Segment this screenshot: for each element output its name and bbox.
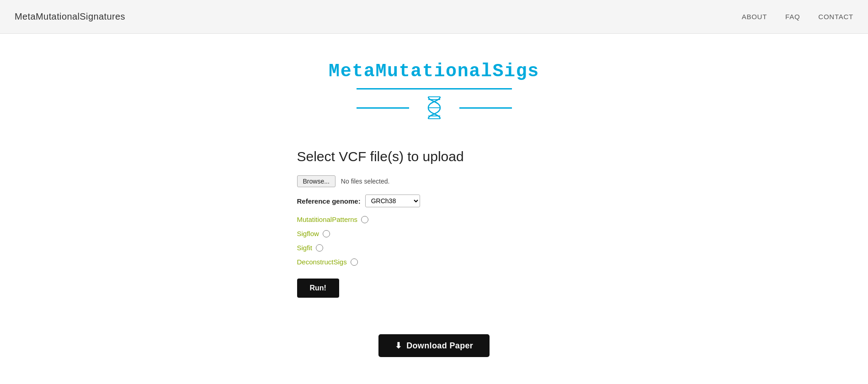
genome-select[interactable]: GRCh38 GRCh37 hg19 xyxy=(365,195,420,207)
download-icon: ⬇ xyxy=(395,341,402,351)
main-content: MetaMutationalSigs xyxy=(0,34,868,357)
download-paper-button[interactable]: ⬇ Download Paper xyxy=(378,334,490,357)
genome-label: Reference genome: xyxy=(297,197,361,205)
deco-line-left xyxy=(357,107,409,109)
option-sigflow[interactable]: Sigflow xyxy=(297,230,369,237)
sigfit-radio[interactable] xyxy=(316,244,323,252)
logo-area: MetaMutationalSigs xyxy=(329,61,539,126)
option-mutatitionalpatterns[interactable]: MutatitionalPatterns xyxy=(297,216,369,223)
download-paper-label: Download Paper xyxy=(406,341,473,351)
logo-title: MetaMutationalSigs xyxy=(329,61,539,82)
browse-button[interactable]: Browse... xyxy=(297,175,335,187)
form-title: Select VCF file(s) to upload xyxy=(297,149,464,164)
download-area: ⬇ Download Paper xyxy=(0,334,868,357)
tool-options-list: MutatitionalPatterns Sigflow Sigfit Deco… xyxy=(297,216,369,266)
dna-icon xyxy=(424,95,445,121)
upload-form: Select VCF file(s) to upload Browse... N… xyxy=(297,149,571,325)
option-deconstructsigs[interactable]: DeconstructSigs xyxy=(297,258,369,266)
no-files-text: No files selected. xyxy=(341,178,390,185)
mutatitionalpatterns-label: MutatitionalPatterns xyxy=(297,216,358,223)
main-nav: ABOUT FAQ CONTACT xyxy=(742,13,853,21)
genome-row: Reference genome: GRCh38 GRCh37 hg19 xyxy=(297,195,420,207)
deco-mid xyxy=(357,93,512,122)
logo-decoration xyxy=(357,88,512,126)
file-upload-row: Browse... No files selected. xyxy=(297,175,390,187)
nav-about[interactable]: ABOUT xyxy=(742,13,767,21)
nav-contact[interactable]: CONTACT xyxy=(818,13,853,21)
deconstructsigs-radio[interactable] xyxy=(351,258,358,266)
deco-line-right xyxy=(459,107,512,109)
site-title: MetaMutationalSignatures xyxy=(15,11,125,22)
run-button[interactable]: Run! xyxy=(297,279,339,298)
sigflow-label: Sigflow xyxy=(297,230,319,237)
deco-line-top xyxy=(357,88,512,89)
sigfit-label: Sigfit xyxy=(297,244,312,252)
option-sigfit[interactable]: Sigfit xyxy=(297,244,369,252)
deconstructsigs-label: DeconstructSigs xyxy=(297,258,347,266)
nav-faq[interactable]: FAQ xyxy=(785,13,800,21)
mutatitionalpatterns-radio[interactable] xyxy=(361,216,368,223)
sigflow-radio[interactable] xyxy=(323,230,330,237)
